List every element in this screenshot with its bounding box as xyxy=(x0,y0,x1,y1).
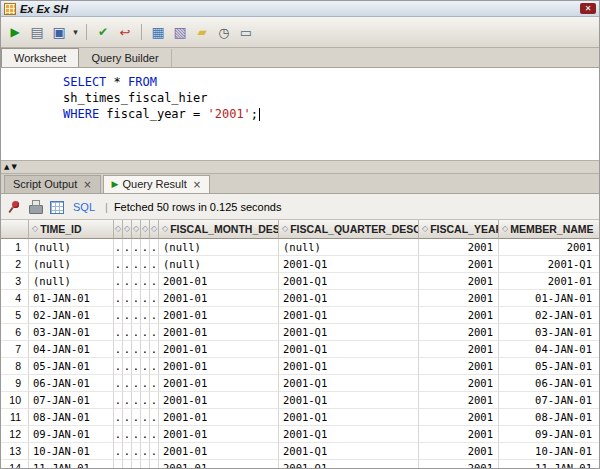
run-script-icon[interactable] xyxy=(27,22,47,42)
data-cell[interactable]: . xyxy=(123,273,132,290)
data-cell[interactable]: 2001 xyxy=(499,239,600,256)
data-cell[interactable]: . xyxy=(114,239,123,256)
clear-icon[interactable] xyxy=(192,22,212,42)
data-cell[interactable]: . xyxy=(123,392,132,409)
sql-link[interactable]: SQL xyxy=(73,201,95,213)
data-cell[interactable]: . xyxy=(123,290,132,307)
data-cell[interactable]: 2001-Q1 xyxy=(279,358,419,375)
data-cell[interactable]: . xyxy=(150,375,159,392)
data-cell[interactable]: 04-JAN-01 xyxy=(499,341,600,358)
column-header-fiscal_quarter_desc[interactable]: ◇FISCAL_QUARTER_DESC xyxy=(279,220,419,239)
row-number-cell[interactable]: 4 xyxy=(1,290,29,307)
data-cell[interactable]: . xyxy=(150,307,159,324)
row-number-cell[interactable]: 11 xyxy=(1,409,29,426)
data-cell[interactable]: . xyxy=(150,239,159,256)
row-number-cell[interactable]: 5 xyxy=(1,307,29,324)
pin-icon[interactable] xyxy=(6,199,24,215)
splitter-collapse-up-icon[interactable]: ▲ xyxy=(4,164,9,171)
data-cell[interactable]: . xyxy=(132,290,141,307)
data-cell[interactable]: 2001-01 xyxy=(159,341,279,358)
data-cell[interactable]: . xyxy=(114,341,123,358)
data-cell[interactable]: . xyxy=(114,426,123,443)
data-cell[interactable]: . xyxy=(150,443,159,460)
data-cell[interactable]: 2001-01 xyxy=(159,307,279,324)
data-cell[interactable]: 2001 xyxy=(419,307,499,324)
tab-query-result[interactable]: ▶ Query Result × xyxy=(103,175,211,193)
data-cell[interactable]: 01-JAN-01 xyxy=(499,290,600,307)
data-cell[interactable]: 11-JAN-01 xyxy=(29,460,114,469)
data-cell[interactable]: . xyxy=(132,392,141,409)
data-cell[interactable]: . xyxy=(150,409,159,426)
data-cell[interactable]: . xyxy=(141,460,150,469)
row-number-cell[interactable]: 1 xyxy=(1,239,29,256)
data-cell[interactable]: 2001 xyxy=(419,256,499,273)
data-cell[interactable]: . xyxy=(150,358,159,375)
data-cell[interactable]: . xyxy=(132,426,141,443)
data-cell[interactable]: 2001-01 xyxy=(159,392,279,409)
data-cell[interactable]: 2001 xyxy=(419,392,499,409)
data-cell[interactable]: . xyxy=(141,307,150,324)
data-cell[interactable]: . xyxy=(150,460,159,469)
narrow-column-header[interactable]: ◇ xyxy=(150,220,159,239)
data-cell[interactable]: . xyxy=(114,392,123,409)
data-cell[interactable]: . xyxy=(114,290,123,307)
narrow-column-header[interactable]: ◇ xyxy=(123,220,132,239)
data-cell[interactable]: 2001-01 xyxy=(159,426,279,443)
data-cell[interactable]: . xyxy=(114,273,123,290)
data-cell[interactable]: 2001 xyxy=(419,273,499,290)
row-number-cell[interactable]: 6 xyxy=(1,324,29,341)
data-cell[interactable]: 05-JAN-01 xyxy=(29,358,114,375)
data-cell[interactable]: . xyxy=(141,239,150,256)
run-statement-icon[interactable] xyxy=(5,22,25,42)
data-cell[interactable]: 2001 xyxy=(419,443,499,460)
data-cell[interactable]: 10-JAN-01 xyxy=(499,443,600,460)
data-cell[interactable]: . xyxy=(114,324,123,341)
data-cell[interactable]: . xyxy=(132,341,141,358)
column-header-fiscal_month_desc[interactable]: ◇FISCAL_MONTH_DESC xyxy=(159,220,279,239)
data-cell[interactable]: 2001-Q1 xyxy=(279,256,419,273)
row-number-cell[interactable]: 14 xyxy=(1,460,29,469)
data-cell[interactable]: . xyxy=(141,392,150,409)
save-icon[interactable] xyxy=(49,22,69,42)
data-cell[interactable]: (null) xyxy=(159,256,279,273)
data-cell[interactable]: (null) xyxy=(29,256,114,273)
data-cell[interactable]: 2001-Q1 xyxy=(499,256,600,273)
gridsheet-icon[interactable] xyxy=(48,199,66,215)
row-number-cell[interactable]: 7 xyxy=(1,341,29,358)
data-cell[interactable]: 2001-01 xyxy=(159,324,279,341)
data-cell[interactable]: . xyxy=(141,409,150,426)
data-cell[interactable]: 2001 xyxy=(419,426,499,443)
data-cell[interactable]: . xyxy=(123,358,132,375)
data-cell[interactable]: 2001 xyxy=(419,375,499,392)
data-cell[interactable]: . xyxy=(114,409,123,426)
data-cell[interactable]: . xyxy=(141,358,150,375)
data-cell[interactable]: . xyxy=(141,290,150,307)
data-cell[interactable]: . xyxy=(132,443,141,460)
data-cell[interactable]: 2001-Q1 xyxy=(279,443,419,460)
data-cell[interactable]: . xyxy=(123,426,132,443)
data-cell[interactable]: . xyxy=(141,324,150,341)
data-cell[interactable]: . xyxy=(141,426,150,443)
data-cell[interactable]: . xyxy=(132,375,141,392)
data-cell[interactable]: 2001 xyxy=(419,290,499,307)
narrow-column-header[interactable]: ◇ xyxy=(114,220,123,239)
column-header-member_name[interactable]: ◇MEMBER_NAME xyxy=(499,220,600,239)
data-cell[interactable]: 2001-01 xyxy=(159,409,279,426)
data-cell[interactable]: . xyxy=(150,273,159,290)
data-cell[interactable]: 2001-01 xyxy=(159,273,279,290)
data-cell[interactable]: . xyxy=(132,460,141,469)
data-cell[interactable]: 05-JAN-01 xyxy=(499,358,600,375)
data-cell[interactable]: . xyxy=(132,358,141,375)
data-cell[interactable]: 07-JAN-01 xyxy=(499,392,600,409)
tab-query-builder[interactable]: Query Builder xyxy=(79,49,171,67)
row-number-header[interactable] xyxy=(1,220,29,239)
data-cell[interactable]: 2001 xyxy=(419,239,499,256)
narrow-column-header[interactable]: ◇ xyxy=(141,220,150,239)
autotrace-icon[interactable] xyxy=(170,22,190,42)
data-cell[interactable]: . xyxy=(123,375,132,392)
data-cell[interactable]: . xyxy=(132,273,141,290)
row-number-cell[interactable]: 2 xyxy=(1,256,29,273)
data-cell[interactable]: (null) xyxy=(29,273,114,290)
data-cell[interactable]: 2001-01 xyxy=(159,358,279,375)
data-cell[interactable]: 02-JAN-01 xyxy=(29,307,114,324)
